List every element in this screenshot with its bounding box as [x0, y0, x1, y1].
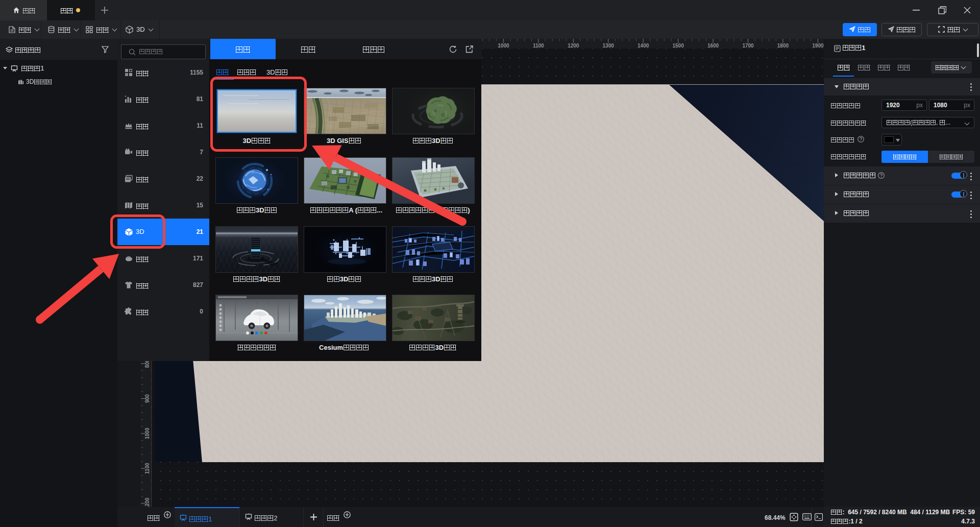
svg-text:1600: 1600	[707, 43, 719, 49]
svg-text:1200: 1200	[568, 43, 579, 49]
svg-text:1100: 1100	[144, 463, 150, 474]
svg-text:900: 900	[144, 394, 150, 403]
svg-text:1000: 1000	[498, 43, 509, 49]
svg-text:1800: 1800	[777, 43, 789, 49]
svg-text:1300: 1300	[603, 43, 615, 49]
svg-text:1900: 1900	[812, 43, 824, 49]
svg-text:1400: 1400	[638, 43, 649, 49]
svg-text:1700: 1700	[742, 43, 754, 49]
svg-text:1200: 1200	[144, 497, 150, 507]
svg-text:1000: 1000	[144, 427, 150, 439]
svg-text:1500: 1500	[672, 43, 684, 49]
svg-text:1100: 1100	[533, 43, 544, 49]
